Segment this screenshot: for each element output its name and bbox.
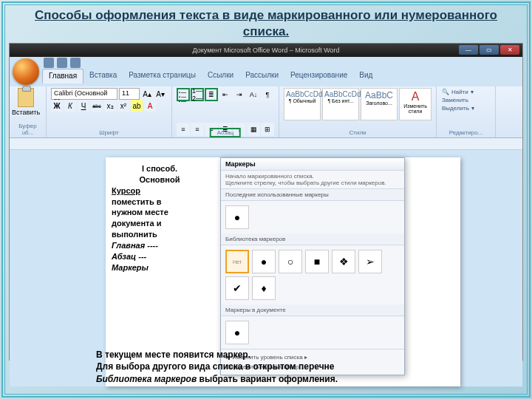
shading-button[interactable]: ▦ <box>247 123 260 136</box>
styles-group-label: Стили <box>284 129 432 136</box>
section-recent: Последние использованные маркеры <box>221 189 404 201</box>
tab-insert[interactable]: Вставка <box>83 69 123 83</box>
clipboard-icon <box>18 88 34 107</box>
show-marks-button[interactable]: ¶ <box>261 88 274 101</box>
ruler <box>10 138 522 150</box>
bullets-button[interactable] <box>177 88 190 101</box>
highlight-button[interactable]: ab <box>131 100 143 112</box>
italic-button[interactable]: К <box>64 100 76 112</box>
tab-layout[interactable]: Разметка страницы <box>123 69 202 83</box>
subscript-button[interactable]: x₂ <box>104 100 116 112</box>
paste-button[interactable]: Вставить <box>14 88 38 120</box>
ribbon-tabs: Главная Вставка Разметка страницы Ссылки… <box>42 69 522 83</box>
bullet-disc[interactable]: ● <box>252 250 276 273</box>
font-size-select[interactable]: 11 <box>119 88 140 100</box>
font-family-select[interactable]: Calibri (Основной те <box>51 88 117 100</box>
qat-save-icon[interactable] <box>44 58 54 68</box>
minimize-button[interactable]: — <box>459 45 478 55</box>
numbering-button[interactable]: 1—2— <box>191 88 204 101</box>
editing-group-label: Редактиро... <box>441 129 491 136</box>
align-left-button[interactable]: ≡ <box>177 123 190 136</box>
tab-references[interactable]: Ссылки <box>202 69 239 83</box>
font-color-button[interactable]: A <box>144 100 156 112</box>
maximize-button[interactable]: ▭ <box>480 45 499 55</box>
bullets-dropdown: Маркеры Начало маркированного списка. Ще… <box>220 157 405 375</box>
ribbon: Вставить Буфер об... Calibri (Основной т… <box>10 86 522 138</box>
bold-button[interactable]: Ж <box>51 100 63 112</box>
find-button[interactable]: 🔍 Найти ▾ <box>441 88 491 96</box>
select-button[interactable]: Выделить ▾ <box>441 104 491 112</box>
bullet-disc-recent[interactable]: ● <box>225 205 249 229</box>
close-button[interactable]: ✕ <box>500 45 519 55</box>
indent-decrease-button[interactable]: ⇤ <box>219 88 232 101</box>
window-title-text: Документ Microsoft Office Word – Microso… <box>193 47 340 54</box>
window-titlebar: Документ Microsoft Office Word – Microso… <box>10 44 522 57</box>
paragraph-group-label: Абзац <box>210 128 241 137</box>
superscript-button[interactable]: x² <box>117 100 129 112</box>
align-center-button[interactable]: ≡ <box>191 123 204 136</box>
qat-redo-icon[interactable] <box>70 58 81 68</box>
replace-button[interactable]: Заменить <box>441 96 491 104</box>
tab-mailings[interactable]: Рассылки <box>239 69 284 83</box>
tab-review[interactable]: Рецензирование <box>284 69 353 83</box>
slide-title: Способы оформления текста в виде маркиро… <box>9 7 523 40</box>
tab-view[interactable]: Вид <box>353 69 378 83</box>
bottom-caption: В текущем месте появится маркер. Для выб… <box>96 349 436 386</box>
word-window: Документ Microsoft Office Word – Microso… <box>9 43 523 361</box>
bullet-square[interactable]: ■ <box>305 250 329 273</box>
qat-undo-icon[interactable] <box>57 58 67 68</box>
bullet-check[interactable]: ✔ <box>225 276 249 300</box>
bullet-disc-doc[interactable]: ● <box>225 321 249 344</box>
tab-home[interactable]: Главная <box>42 69 83 83</box>
change-styles-button[interactable]: AИзменить стили <box>399 88 432 120</box>
bullet-none[interactable]: Нет <box>225 250 249 273</box>
bullet-diamond[interactable]: ♦ <box>252 276 276 300</box>
strike-button[interactable]: abc <box>91 100 103 112</box>
section-in-document: Маркеры в документе <box>221 304 404 316</box>
popup-description: Начало маркированного списка. Щелкните с… <box>221 171 404 189</box>
sort-button[interactable]: A↓ <box>247 88 260 101</box>
grow-font-button[interactable]: A▴ <box>141 88 153 100</box>
popup-title: Маркеры <box>221 158 404 171</box>
method-text: I способ. Основной Курсор поместить в ну… <box>112 163 208 273</box>
font-group-label: Шрифт <box>51 129 167 136</box>
clipboard-group-label: Буфер об... <box>14 123 41 136</box>
style-normal[interactable]: AaBbCcDd¶ Обычный <box>284 88 321 120</box>
shrink-font-button[interactable]: A▾ <box>154 88 166 100</box>
office-orb[interactable] <box>13 58 39 85</box>
bullet-4diamond[interactable]: ❖ <box>332 250 355 273</box>
borders-button[interactable]: ⊞ <box>261 123 274 136</box>
section-library: Библиотека маркеров <box>221 233 404 245</box>
multilevel-button[interactable]: ≣ <box>205 88 218 101</box>
style-no-spacing[interactable]: AaBbCcDd¶ Без инт... <box>322 88 359 120</box>
quick-access-toolbar <box>42 57 522 69</box>
bullet-circle[interactable]: ○ <box>279 250 302 273</box>
style-heading[interactable]: AaBbCЗаголово... <box>361 88 398 120</box>
indent-increase-button[interactable]: ⇥ <box>233 88 246 101</box>
underline-button[interactable]: Ч <box>78 100 89 112</box>
bullet-arrow[interactable]: ➢ <box>358 250 382 273</box>
paste-label: Вставить <box>12 109 40 116</box>
